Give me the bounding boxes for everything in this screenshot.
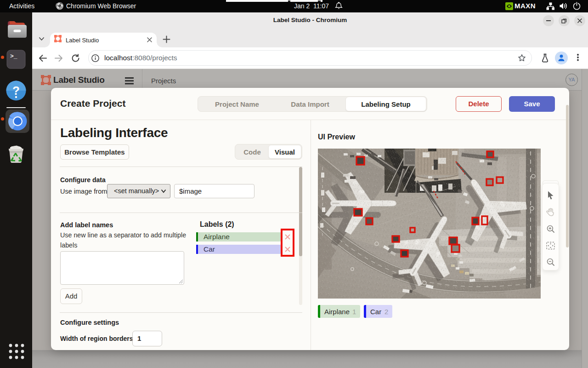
svg-text:>_: >_ (10, 53, 17, 60)
svg-text:?: ? (12, 84, 20, 98)
